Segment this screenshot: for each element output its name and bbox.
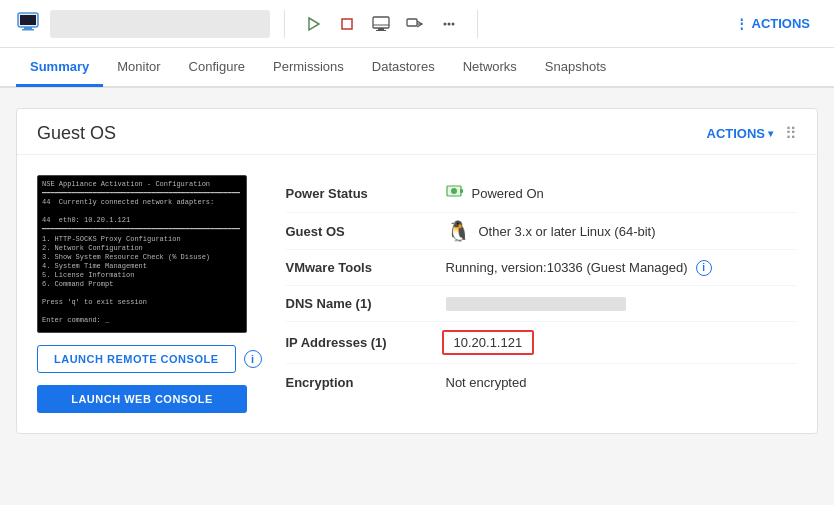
ip-addresses-row: IP Addresses (1) 10.20.1.121 [286,322,798,364]
vmware-tools-row: VMware Tools Running, version:10336 (Gue… [286,250,798,286]
svg-point-13 [448,22,451,25]
svg-rect-2 [22,29,34,31]
ip-addresses-label: IP Addresses (1) [286,335,446,350]
encryption-value: Not encrypted [446,375,527,390]
ip-addresses-value: 10.20.1.121 [442,330,535,355]
vmware-tools-value: Running, version:10336 (Guest Managed) i [446,260,712,276]
svg-rect-1 [24,27,32,29]
power-off-button[interactable] [333,10,361,38]
console-buttons-row: LAUNCH REMOTE CONSOLE i [37,345,262,373]
power-on-button[interactable] [299,10,327,38]
migrate-button[interactable] [401,10,429,38]
launch-web-console-button[interactable]: LAUNCH WEB CONSOLE [37,385,247,413]
actions-dots-icon: ⋮ [735,16,748,31]
guest-os-value: 🐧 Other 3.x or later Linux (64-bit) [446,221,656,241]
dns-name-value [446,297,626,311]
power-status-value: Powered On [446,183,544,204]
vmware-tools-label: VMware Tools [286,260,446,275]
power-status-row: Power Status Powered On [286,175,798,213]
guest-os-row: Guest OS 🐧 Other 3.x or later Linux (64-… [286,213,798,250]
svg-marker-4 [309,18,319,30]
svg-point-12 [444,22,447,25]
svg-rect-16 [460,189,463,193]
launch-remote-console-button[interactable]: LAUNCH REMOTE CONSOLE [37,345,236,373]
console-button[interactable] [367,10,395,38]
svg-rect-3 [20,15,36,25]
card-body: NSE Appliance Activation - Configuration… [17,155,817,433]
svg-point-14 [452,22,455,25]
guest-os-card: Guest OS ACTIONS ▾ ⠿ NSE Appliance Activ… [16,108,818,434]
svg-rect-6 [373,17,389,28]
svg-rect-8 [378,28,384,30]
vm-screenshot-panel: NSE Appliance Activation - Configuration… [37,175,262,413]
vm-name-bar [50,10,270,38]
card-title: Guest OS [37,123,116,144]
svg-point-17 [451,188,457,194]
grid-layout-icon[interactable]: ⠿ [785,124,797,143]
tab-monitor[interactable]: Monitor [103,49,174,87]
more-options-button[interactable] [435,10,463,38]
info-icon: i [251,353,254,365]
svg-rect-9 [376,30,386,31]
actions-label: ACTIONS [752,16,811,31]
encryption-row: Encryption Not encrypted [286,364,798,400]
card-header: Guest OS ACTIONS ▾ ⠿ [17,109,817,155]
chevron-down-icon: ▾ [768,128,773,139]
tab-permissions[interactable]: Permissions [259,49,358,87]
powered-on-icon [446,183,464,204]
encryption-label: Encryption [286,375,446,390]
guest-os-text: Other 3.x or later Linux (64-bit) [479,224,656,239]
ip-address-text: 10.20.1.121 [454,335,523,350]
card-actions-label: ACTIONS [707,126,766,141]
dns-name-redacted [446,297,626,311]
vm-terminal-screenshot: NSE Appliance Activation - Configuration… [37,175,247,333]
tab-datastores[interactable]: Datastores [358,49,449,87]
linux-penguin-icon: 🐧 [446,221,471,241]
toolbar-separator-2 [477,10,478,38]
vm-icon [16,9,40,38]
tab-summary[interactable]: Summary [16,49,103,87]
encryption-text: Not encrypted [446,375,527,390]
power-status-text: Powered On [472,186,544,201]
svg-rect-10 [407,19,417,26]
vm-details-panel: Power Status Powered On [286,175,798,413]
main-content: Guest OS ACTIONS ▾ ⠿ NSE Appliance Activ… [0,88,834,505]
guest-os-label: Guest OS [286,224,446,239]
dns-name-label: DNS Name (1) [286,296,446,311]
navigation-tabs: Summary Monitor Configure Permissions Da… [0,48,834,88]
toolbar: ⋮ ACTIONS [0,0,834,48]
svg-rect-5 [342,19,352,29]
toolbar-separator [284,10,285,38]
card-header-right: ACTIONS ▾ ⠿ [707,124,798,143]
power-status-label: Power Status [286,186,446,201]
card-actions-button[interactable]: ACTIONS ▾ [707,126,774,141]
actions-dropdown-button[interactable]: ⋮ ACTIONS [727,12,819,35]
toolbar-icons [299,10,463,38]
remote-console-info-icon[interactable]: i [244,350,262,368]
tab-networks[interactable]: Networks [449,49,531,87]
vmware-tools-text: Running, version:10336 (Guest Managed) [446,260,688,275]
dns-name-row: DNS Name (1) [286,286,798,322]
vmware-tools-info-icon[interactable]: i [696,260,712,276]
tab-snapshots[interactable]: Snapshots [531,49,620,87]
tab-configure[interactable]: Configure [175,49,259,87]
